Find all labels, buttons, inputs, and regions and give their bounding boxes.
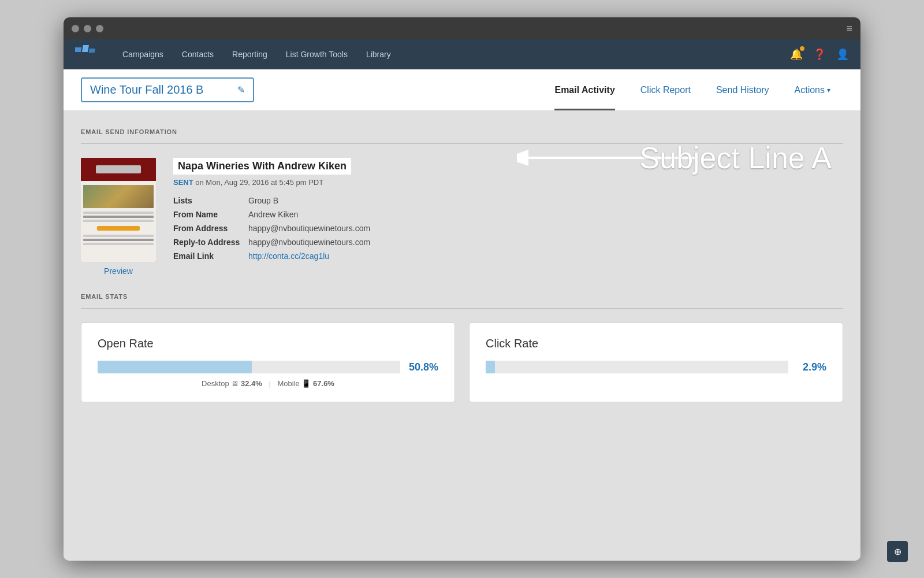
open-rate-card: Open Rate 50.8% Desktop 🖥 32.4% | Mobile… — [81, 323, 455, 402]
thumb-btn — [97, 226, 139, 231]
click-rate-bar-track — [486, 361, 788, 373]
corner-icon-symbol: ⊕ — [894, 546, 901, 557]
mobile-label: Mobile 📱 — [278, 379, 311, 388]
logo[interactable] — [75, 45, 96, 64]
subject-line-annotation: Subject Line A — [640, 140, 832, 175]
click-rate-bar-row: 2.9% — [486, 361, 826, 373]
email-thumbnail-wrapper: Preview — [81, 158, 156, 276]
open-rate-title: Open Rate — [98, 337, 438, 350]
info-value-email-link[interactable]: http://conta.cc/2cag1lu — [248, 251, 329, 261]
svg-rect-0 — [75, 47, 81, 52]
click-rate-bar-fill — [486, 361, 495, 373]
thumb-line-2 — [83, 216, 154, 218]
separator: | — [269, 379, 271, 388]
info-label-lists: Lists — [173, 196, 243, 205]
app-window: ≡ Campaigns Contacts Reporting List Grow… — [64, 17, 860, 561]
thumb-body — [81, 181, 156, 262]
chevron-down-icon: ▾ — [827, 86, 830, 94]
click-rate-percent: 2.9% — [794, 361, 826, 373]
info-row-from-address: From Address happy@nvboutiquewinetours.c… — [173, 224, 500, 233]
svg-rect-2 — [89, 49, 95, 53]
maximize-dot[interactable] — [96, 25, 103, 32]
stats-cards: Open Rate 50.8% Desktop 🖥 32.4% | Mobile… — [81, 323, 843, 402]
nav-bar: Campaigns Contacts Reporting List Growth… — [64, 39, 860, 69]
info-row-reply-to: Reply-to Address happy@nvboutiquewinetou… — [173, 238, 500, 247]
close-dot[interactable] — [72, 25, 79, 32]
tab-send-history[interactable]: Send History — [703, 69, 782, 110]
thumb-img-area — [83, 185, 154, 208]
preview-link[interactable]: Preview — [81, 266, 156, 276]
open-rate-bar-track — [98, 361, 400, 373]
email-stats-label: EMAIL STATS — [81, 293, 843, 300]
svg-rect-1 — [82, 45, 89, 52]
email-info-section: EMAIL SEND INFORMATION — [81, 128, 843, 276]
thumb-line-4 — [83, 235, 154, 237]
info-value-from-name: Andrew Kiken — [248, 210, 298, 219]
open-rate-bar-row: 50.8% — [98, 361, 438, 373]
nav-list-growth-tools[interactable]: List Growth Tools — [277, 39, 357, 69]
open-rate-sub: Desktop 🖥 32.4% | Mobile 📱 67.6% — [98, 379, 438, 388]
email-thumbnail — [81, 158, 156, 262]
sent-word: SENT — [173, 178, 193, 187]
thumb-line-3 — [83, 220, 154, 222]
tab-click-report[interactable]: Click Report — [628, 69, 703, 110]
nav-right: 🔔 ❓ 👤 — [790, 48, 849, 61]
notification-icon[interactable]: 🔔 — [790, 48, 803, 61]
info-row-lists: Lists Group B — [173, 196, 500, 205]
click-rate-title: Click Rate — [486, 337, 826, 350]
notification-dot — [800, 46, 804, 51]
content-header: Wine Tour Fall 2016 B ✎ Email Activity C… — [64, 69, 860, 111]
thumb-header — [81, 158, 156, 181]
mobile-percent: 67.6% — [313, 379, 334, 388]
user-icon[interactable]: 👤 — [836, 48, 849, 61]
stats-section: EMAIL STATS Open Rate 50.8% Desktop 🖥 32… — [81, 293, 843, 402]
nav-library[interactable]: Library — [357, 39, 400, 69]
open-rate-bar-fill — [98, 361, 252, 373]
main-content: EMAIL SEND INFORMATION — [64, 111, 860, 561]
email-details: Napa Wineries With Andrew Kiken SENT on … — [173, 158, 500, 265]
nav-campaigns[interactable]: Campaigns — [113, 39, 173, 69]
info-row-email-link: Email Link http://conta.cc/2cag1lu — [173, 251, 500, 261]
open-rate-percent: 50.8% — [406, 361, 438, 373]
click-rate-card: Click Rate 2.9% — [469, 323, 843, 402]
info-label-from-name: From Name — [173, 210, 243, 219]
campaign-title-box[interactable]: Wine Tour Fall 2016 B ✎ — [81, 77, 254, 102]
thumb-line-6 — [83, 243, 154, 245]
sent-line: SENT on Mon, Aug 29, 2016 at 5:45 pm PDT — [173, 178, 500, 187]
hamburger-icon[interactable]: ≡ — [846, 23, 852, 35]
email-info-body: Preview Napa Wineries With Andrew Kiken … — [81, 158, 843, 276]
window-controls — [72, 25, 103, 32]
info-label-from-address: From Address — [173, 224, 243, 233]
tab-actions[interactable]: Actions ▾ — [782, 69, 843, 110]
thumb-line-1 — [83, 212, 154, 214]
divider-2 — [81, 308, 843, 309]
title-bar: ≡ — [64, 17, 860, 39]
info-row-from-name: From Name Andrew Kiken — [173, 210, 500, 219]
campaign-title: Wine Tour Fall 2016 B — [90, 83, 232, 97]
tab-actions-label: Actions — [795, 85, 825, 95]
info-value-reply-to: happy@nvboutiquewinetours.com — [248, 238, 370, 247]
tab-email-activity[interactable]: Email Activity — [542, 69, 627, 110]
email-subject: Napa Wineries With Andrew Kiken — [173, 158, 351, 175]
desktop-percent: 32.4% — [241, 379, 262, 388]
thumb-line-5 — [83, 239, 154, 241]
nav-contacts[interactable]: Contacts — [173, 39, 223, 69]
desktop-label: Desktop 🖥 — [202, 379, 239, 388]
edit-icon[interactable]: ✎ — [237, 84, 245, 95]
minimize-dot[interactable] — [84, 25, 91, 32]
email-info-label: EMAIL SEND INFORMATION — [81, 128, 843, 135]
tab-nav: Email Activity Click Report Send History… — [542, 69, 843, 110]
help-icon[interactable]: ❓ — [813, 48, 826, 61]
info-label-reply-to: Reply-to Address — [173, 238, 243, 247]
info-value-lists: Group B — [248, 196, 278, 205]
nav-reporting[interactable]: Reporting — [223, 39, 277, 69]
sent-date: on Mon, Aug 29, 2016 at 5:45 pm PDT — [195, 178, 323, 187]
info-value-from-address: happy@nvboutiquewinetours.com — [248, 224, 370, 233]
corner-icon[interactable]: ⊕ — [887, 541, 908, 562]
info-label-email-link: Email Link — [173, 251, 243, 261]
